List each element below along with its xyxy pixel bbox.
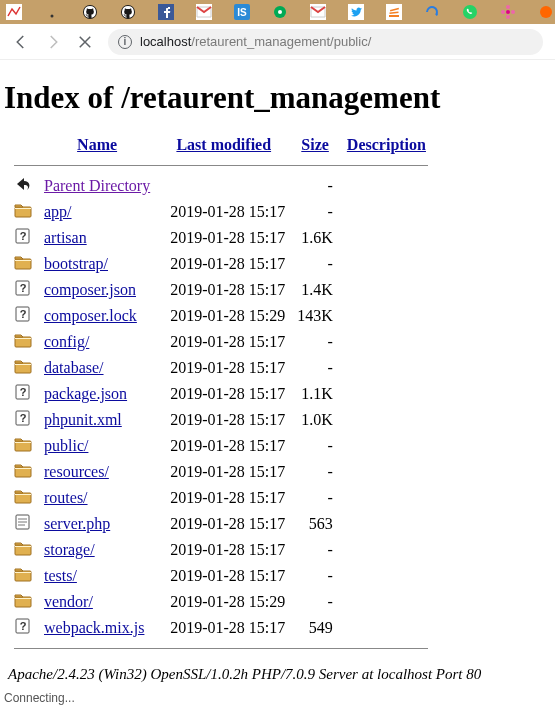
folder-icon bbox=[8, 355, 38, 381]
url-host: localhost bbox=[140, 34, 191, 49]
header-last-modified[interactable]: Last modified bbox=[156, 132, 291, 158]
entry-name: phpunit.xml bbox=[38, 407, 156, 433]
header-description[interactable]: Description bbox=[339, 132, 434, 158]
entry-link[interactable]: webpack.mix.js bbox=[44, 619, 144, 636]
back-button[interactable] bbox=[12, 33, 30, 51]
entry-name: database/ bbox=[38, 355, 156, 381]
folder-icon bbox=[8, 199, 38, 225]
listing-row: resources/2019-01-28 15:17- bbox=[8, 459, 434, 485]
directory-listing: Name Last modified Size Description Pare… bbox=[8, 132, 434, 656]
tab-favicon-chart[interactable] bbox=[6, 4, 22, 20]
entry-link[interactable]: package.json bbox=[44, 385, 127, 402]
entry-date: 2019-01-28 15:17 bbox=[156, 355, 291, 381]
tab-favicon-isquare[interactable]: IS bbox=[234, 4, 250, 20]
entry-size: 143K bbox=[291, 303, 339, 329]
listing-row: database/2019-01-28 15:17- bbox=[8, 355, 434, 381]
entry-link[interactable]: routes/ bbox=[44, 489, 88, 506]
forward-button[interactable] bbox=[44, 33, 62, 51]
site-info-icon[interactable]: i bbox=[118, 35, 132, 49]
entry-link[interactable]: config/ bbox=[44, 333, 89, 350]
entry-size: - bbox=[291, 329, 339, 355]
tab-favicon-refresh[interactable] bbox=[424, 4, 440, 20]
listing-row: bootstrap/2019-01-28 15:17- bbox=[8, 251, 434, 277]
text-icon bbox=[8, 511, 38, 537]
entry-size: 1.4K bbox=[291, 277, 339, 303]
entry-link[interactable]: composer.lock bbox=[44, 307, 137, 324]
tab-favicon-stack[interactable] bbox=[386, 4, 402, 20]
tab-favicon-github[interactable] bbox=[120, 4, 136, 20]
tab-favicon-twitter[interactable] bbox=[348, 4, 364, 20]
svg-point-24 bbox=[463, 5, 477, 19]
entry-date: 2019-01-28 15:17 bbox=[156, 563, 291, 589]
entry-date: 2019-01-28 15:17 bbox=[156, 329, 291, 355]
entry-size: - bbox=[291, 251, 339, 277]
entry-link[interactable]: server.php bbox=[44, 515, 110, 532]
entry-size: - bbox=[291, 459, 339, 485]
folder-icon bbox=[8, 329, 38, 355]
listing-row: app/2019-01-28 15:17- bbox=[8, 199, 434, 225]
tab-favicon-gmail[interactable] bbox=[310, 4, 326, 20]
tab-favicon-dot[interactable] bbox=[44, 4, 60, 20]
browser-toolbar: i localhost/retaurent_management/public/ bbox=[0, 24, 555, 60]
entry-name: bootstrap/ bbox=[38, 251, 156, 277]
entry-size: - bbox=[291, 537, 339, 563]
entry-link[interactable]: vendor/ bbox=[44, 593, 93, 610]
entry-description bbox=[339, 563, 434, 589]
entry-link[interactable]: phpunit.xml bbox=[44, 411, 122, 428]
entry-link[interactable]: database/ bbox=[44, 359, 104, 376]
file-icon bbox=[8, 225, 38, 251]
entry-size: - bbox=[291, 173, 339, 199]
entry-date: 2019-01-28 15:17 bbox=[156, 511, 291, 537]
entry-name: composer.json bbox=[38, 277, 156, 303]
entry-description bbox=[339, 329, 434, 355]
address-bar[interactable]: i localhost/retaurent_management/public/ bbox=[108, 29, 543, 55]
svg-point-29 bbox=[511, 10, 515, 14]
entry-link[interactable]: tests/ bbox=[44, 567, 77, 584]
entry-date: 2019-01-28 15:17 bbox=[156, 277, 291, 303]
folder-icon bbox=[8, 589, 38, 615]
entry-name: resources/ bbox=[38, 459, 156, 485]
entry-link[interactable]: composer.json bbox=[44, 281, 136, 298]
entry-link[interactable]: public/ bbox=[44, 437, 88, 454]
tab-favicon-github[interactable] bbox=[82, 4, 98, 20]
header-name[interactable]: Name bbox=[38, 132, 156, 158]
header-icon bbox=[8, 132, 38, 158]
tab-favicon-whatsapp[interactable] bbox=[462, 4, 478, 20]
entry-date: 2019-01-28 15:17 bbox=[156, 251, 291, 277]
listing-row: routes/2019-01-28 15:17- bbox=[8, 485, 434, 511]
browser-tabstrip: IS bbox=[0, 0, 555, 24]
status-bar: Connecting... bbox=[0, 689, 555, 707]
entry-size: 1.1K bbox=[291, 381, 339, 407]
entry-date: 2019-01-28 15:17 bbox=[156, 615, 291, 641]
tab-favicon-circle-dot[interactable] bbox=[272, 4, 288, 20]
entry-link[interactable]: bootstrap/ bbox=[44, 255, 108, 272]
page-content: Index of /retaurent_management Name Last… bbox=[0, 60, 555, 689]
listing-row: composer.lock2019-01-28 15:29143K bbox=[8, 303, 434, 329]
listing-row: vendor/2019-01-28 15:29- bbox=[8, 589, 434, 615]
entry-size: 1.6K bbox=[291, 225, 339, 251]
tab-favicon-facebook[interactable] bbox=[158, 4, 174, 20]
entry-date: 2019-01-28 15:17 bbox=[156, 485, 291, 511]
entry-link[interactable]: app/ bbox=[44, 203, 72, 220]
entry-size: - bbox=[291, 485, 339, 511]
entry-link[interactable]: artisan bbox=[44, 229, 87, 246]
folder-icon bbox=[8, 537, 38, 563]
svg-rect-21 bbox=[389, 15, 399, 17]
entry-name: artisan bbox=[38, 225, 156, 251]
entry-size: 1.0K bbox=[291, 407, 339, 433]
entry-link[interactable]: Parent Directory bbox=[44, 177, 150, 194]
listing-row: server.php2019-01-28 15:17563 bbox=[8, 511, 434, 537]
tab-favicon-gmail[interactable] bbox=[196, 4, 212, 20]
entry-link[interactable]: resources/ bbox=[44, 463, 109, 480]
folder-icon bbox=[8, 485, 38, 511]
entry-link[interactable]: storage/ bbox=[44, 541, 95, 558]
stop-button[interactable] bbox=[76, 33, 94, 51]
entry-name: Parent Directory bbox=[38, 173, 156, 199]
tab-favicon-flower[interactable] bbox=[500, 4, 516, 20]
header-size[interactable]: Size bbox=[291, 132, 339, 158]
tab-favicon-orange[interactable] bbox=[538, 4, 554, 20]
listing-row: webpack.mix.js2019-01-28 15:17549 bbox=[8, 615, 434, 641]
entry-size: - bbox=[291, 199, 339, 225]
folder-icon bbox=[8, 563, 38, 589]
entry-date: 2019-01-28 15:17 bbox=[156, 225, 291, 251]
